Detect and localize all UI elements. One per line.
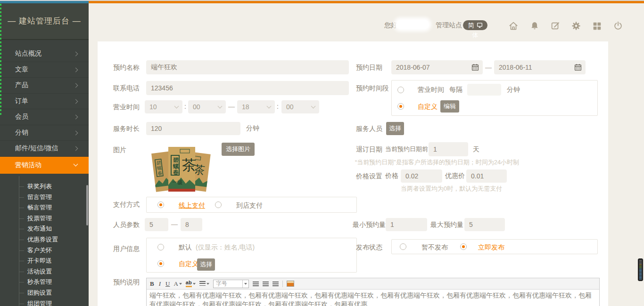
sidebar-subitem-label: 优惠券设置 bbox=[27, 236, 58, 243]
line-height-button[interactable] bbox=[199, 281, 209, 286]
sidebar-subitem-label: 组团管理 bbox=[27, 300, 52, 306]
min-quota-input[interactable] bbox=[386, 218, 427, 231]
edit-timeslot-button[interactable]: 编辑 bbox=[440, 100, 459, 113]
publish-now-label[interactable]: 立即发布 bbox=[478, 240, 504, 254]
start-minute-select[interactable]: 00 bbox=[188, 100, 226, 113]
hours-separator: — bbox=[228, 100, 235, 113]
sidebar-subitem-label: 秒杀管理 bbox=[27, 278, 52, 285]
sidebar-subitem[interactable]: 投票管理 bbox=[0, 213, 89, 224]
sidebar-subitem[interactable]: 活动设置 bbox=[0, 266, 89, 277]
custom-time-radio[interactable] bbox=[397, 103, 404, 110]
align-center-button[interactable] bbox=[263, 282, 269, 286]
language-switcher[interactable]: 简 bbox=[463, 20, 487, 30]
dropdown-arrow-icon bbox=[206, 283, 209, 285]
sidebar-item[interactable]: 邮件/短信/微信 bbox=[0, 141, 89, 157]
duration-unit: 分钟 bbox=[246, 121, 259, 135]
apps-icon[interactable] bbox=[592, 21, 602, 31]
select-fields-button[interactable]: 选择 bbox=[197, 258, 215, 271]
sidebar-subitem[interactable]: 优惠券设置 bbox=[0, 234, 89, 245]
date-start-field[interactable]: 2018-06-07 bbox=[391, 60, 483, 74]
highlight-button[interactable]: ab bbox=[186, 280, 196, 287]
sidebar-subitem-label: 畅言管理 bbox=[27, 204, 52, 211]
business-hours-radio[interactable] bbox=[397, 87, 404, 93]
price-input[interactable] bbox=[401, 169, 442, 183]
party-max-input[interactable] bbox=[181, 218, 202, 231]
custom-info-radio[interactable] bbox=[157, 260, 164, 267]
sidebar-subitem[interactable]: 获奖列表 bbox=[0, 181, 89, 192]
publish-now-radio[interactable] bbox=[460, 243, 467, 250]
select-staff-button[interactable]: 选择 bbox=[386, 122, 404, 135]
monitor-icon bbox=[477, 22, 483, 28]
sidebar-item[interactable]: 会员 bbox=[0, 109, 89, 125]
italic-button[interactable]: I bbox=[158, 281, 162, 287]
sidebar-item[interactable]: 文章 bbox=[0, 62, 89, 78]
home-icon[interactable] bbox=[508, 21, 519, 31]
business-hours-label: 营业时间 bbox=[113, 100, 140, 113]
sidebar-subitem[interactable]: 组团管理 bbox=[0, 298, 89, 306]
sidebar-subitem[interactable]: 秒杀管理 bbox=[0, 277, 89, 288]
end-hour-select[interactable]: 18 bbox=[237, 100, 275, 113]
select-image-button[interactable]: 选择图片 bbox=[222, 143, 255, 156]
calendar-icon[interactable] bbox=[574, 63, 582, 72]
compose-icon[interactable] bbox=[550, 21, 561, 31]
chevron-icon bbox=[74, 67, 78, 72]
chevron-icon bbox=[74, 83, 78, 88]
calendar-icon[interactable] bbox=[471, 63, 479, 72]
contact-phone-label: 联系电话 bbox=[113, 81, 140, 95]
chevron-icon bbox=[74, 52, 78, 56]
align-left-button[interactable] bbox=[253, 282, 259, 286]
power-icon[interactable] bbox=[613, 21, 623, 31]
svg-text:螺: 螺 bbox=[173, 163, 179, 169]
sidebar-subitem[interactable]: 客户关怀 bbox=[0, 245, 89, 256]
max-quota-input[interactable] bbox=[464, 218, 505, 231]
sidebar-subitem[interactable]: 发布通知 bbox=[0, 224, 89, 234]
custom-info-label[interactable]: 自定义 bbox=[179, 257, 198, 271]
start-hour-select[interactable]: 10 bbox=[145, 100, 182, 113]
sidebar-subitem[interactable]: 畅言管理 bbox=[0, 202, 89, 213]
align-right-button[interactable] bbox=[272, 282, 279, 286]
sidebar-subitem[interactable]: 团购设置 bbox=[0, 288, 89, 298]
sidebar-subitem[interactable]: 留言管理 bbox=[0, 192, 89, 203]
description-content[interactable]: 端午狂欢，包厢有优惠端午狂欢，包厢有优惠端午狂欢，包厢有优惠端午狂欢，包厢有优惠… bbox=[147, 290, 599, 306]
default-info-radio[interactable] bbox=[157, 244, 164, 250]
sidebar-scrollbar-thumb[interactable] bbox=[86, 185, 88, 225]
reservation-date-label: 预约日期 bbox=[356, 60, 382, 74]
chevron-icon bbox=[74, 146, 78, 151]
chevron-icon bbox=[74, 115, 78, 120]
sidebar-item[interactable]: 产品 bbox=[0, 78, 89, 94]
sidebar-item[interactable]: 分销 bbox=[0, 125, 89, 141]
redacted-username bbox=[396, 20, 429, 29]
time-slot-box: 营业时间 每隔 分钟 自定义 编辑 bbox=[391, 80, 598, 116]
font-size-select[interactable]: 字号 bbox=[213, 280, 249, 288]
insert-image-button[interactable] bbox=[287, 281, 294, 287]
sidebar-item[interactable]: 订单 bbox=[0, 94, 89, 110]
bold-button[interactable]: B bbox=[150, 281, 154, 287]
business-option-label: 营业时间 bbox=[418, 83, 444, 96]
service-duration-input[interactable] bbox=[146, 122, 240, 135]
cancel-days-input[interactable] bbox=[429, 142, 468, 156]
scroll-minimap[interactable] bbox=[638, 258, 643, 281]
sidebar-item[interactable]: 站点概况 bbox=[0, 46, 89, 62]
publish-hold-radio[interactable] bbox=[400, 243, 406, 250]
price-settings-label: 价格设置 bbox=[356, 169, 382, 183]
online-payment-label[interactable]: 线上支付 bbox=[179, 198, 205, 212]
sidebar-subitem[interactable]: 开卡即送 bbox=[0, 256, 89, 266]
bell-icon[interactable] bbox=[529, 21, 540, 31]
gear-icon[interactable] bbox=[571, 21, 581, 31]
scroll-minimap-marks bbox=[639, 260, 642, 279]
contact-phone-input[interactable] bbox=[146, 81, 349, 95]
sidebar-item[interactable]: 营销活动 bbox=[0, 157, 89, 174]
underline-button[interactable]: U bbox=[165, 281, 170, 287]
online-payment-radio[interactable] bbox=[157, 201, 164, 208]
cancel-hint: “当前预约日期”是指客户所选择的预约日期；时间为24小时制 bbox=[355, 159, 519, 166]
date-end-field[interactable]: 2018-06-11 bbox=[494, 60, 586, 74]
discount-input[interactable] bbox=[466, 169, 507, 183]
end-minute-select[interactable]: 00 bbox=[281, 100, 319, 113]
header: 您好 管理站点： 简 体 bbox=[89, 3, 644, 41]
font-color-button[interactable]: A bbox=[173, 281, 182, 287]
custom-option-label[interactable]: 自定义 bbox=[418, 100, 438, 113]
reservation-name-input[interactable] bbox=[146, 60, 349, 74]
interval-input[interactable] bbox=[467, 84, 501, 96]
instore-payment-radio[interactable] bbox=[215, 201, 222, 208]
party-min-input[interactable] bbox=[145, 218, 168, 231]
